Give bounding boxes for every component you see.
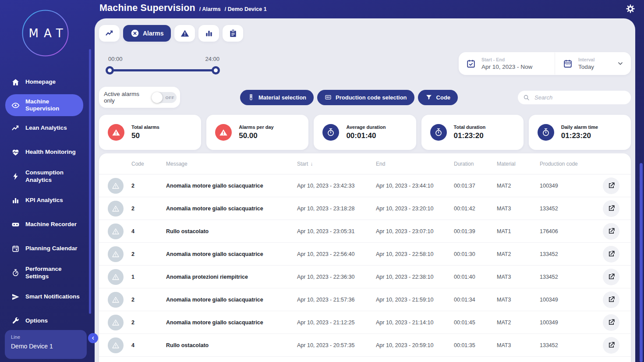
table-row[interactable]: 2 Anomalia motore giallo sciacquatrice A… <box>99 197 631 220</box>
open-alarm-button[interactable] <box>603 269 619 285</box>
slider-handle-end[interactable] <box>212 66 220 75</box>
calendar-check-icon <box>466 59 476 68</box>
table-row[interactable]: 2 Anomalia motore giallo sciacquatrice A… <box>99 311 631 334</box>
sidebar-item-health-monitoring[interactable]: Health Monitoring <box>0 140 91 164</box>
trend-icon <box>11 124 20 132</box>
cell-duration: 00:01:35 <box>454 342 497 348</box>
open-alarm-button[interactable] <box>603 291 619 308</box>
interval-value: Today <box>578 64 594 70</box>
table-header: Code Message Start↓ End Duration Materia… <box>99 153 631 174</box>
column-header-material[interactable]: Material <box>497 161 540 167</box>
tab-statistics[interactable] <box>198 25 219 42</box>
alarms-table: Code Message Start↓ End Duration Materia… <box>99 153 631 362</box>
column-header-production-code[interactable]: Production code <box>540 161 601 167</box>
settings-button[interactable] <box>626 4 635 14</box>
column-header-message[interactable]: Message <box>166 161 297 167</box>
stat-card: Total duration 01:23:20 <box>421 115 524 150</box>
open-alarm-button[interactable] <box>603 223 619 240</box>
column-header-start[interactable]: Start↓ <box>297 161 376 167</box>
open-alarm-button[interactable] <box>603 314 619 331</box>
sidebar-item-machine-supervision[interactable]: Machine Supervision <box>5 94 83 116</box>
open-alarm-button[interactable] <box>603 337 619 354</box>
sidebar-item-label: Machine Recorder <box>25 221 83 228</box>
breadcrumb-segment: / Alarms <box>199 6 221 12</box>
tab-alarms[interactable]: Alarms <box>123 25 171 42</box>
cell-production-code: 100349 <box>540 319 601 326</box>
view-tabs: Alarms <box>99 25 635 42</box>
alarm-triangle-icon <box>108 124 124 141</box>
alarm-avatar <box>108 246 124 262</box>
table-row[interactable]: 2 Anomalia motore giallo sciacquatrice A… <box>99 174 631 197</box>
sidebar-item-kpi-analytics[interactable]: KPI Analytics <box>0 188 91 213</box>
table-row[interactable]: 2 Anomalia motore giallo sciacquatrice A… <box>99 243 631 266</box>
cell-production-code: 100349 <box>540 297 601 303</box>
tab-report[interactable] <box>223 25 243 42</box>
cell-start: Apr 10, 2023 - 23:18:28 <box>297 206 376 212</box>
sidebar-item-consumption-analytics[interactable]: Consumption Analytics <box>0 164 91 188</box>
cell-message: Anomalia motore giallo sciacquatrice <box>166 319 297 326</box>
cell-production-code: 133452 <box>540 274 601 280</box>
sidebar-item-planning-calendar[interactable]: Planning Calendar <box>0 237 91 261</box>
stat-label: Total alarms <box>131 124 159 130</box>
table-row[interactable]: 2 Anomalia motore giallo sciacquatrice A… <box>99 288 631 311</box>
open-alarm-button[interactable] <box>603 200 619 217</box>
launch-icon <box>607 318 616 327</box>
code-filter-button[interactable]: Code <box>418 90 458 105</box>
material-selection-button[interactable]: Material selection <box>240 90 314 105</box>
stat-card: Average duration 00:01:40 <box>314 115 416 150</box>
cell-duration: 00:01:45 <box>454 319 497 326</box>
page-scrollbar[interactable] <box>640 163 643 362</box>
tab-trends[interactable] <box>99 25 120 42</box>
sidebar-item-machine-recorder[interactable]: Machine Recorder <box>0 213 91 237</box>
table-row[interactable]: 4 Rullo ostacolato Apr 10, 2023 - 23:05:… <box>99 220 631 243</box>
sidebar-item-homepage[interactable]: Homepage <box>0 70 91 94</box>
cell-duration: 00:01:40 <box>454 274 497 280</box>
cell-end: Apr 10, 2023 - 21:59:10 <box>376 297 454 303</box>
cell-material: MAT2 <box>497 183 540 189</box>
sidebar-item-performance-settings[interactable]: Performance Settings <box>0 261 91 285</box>
launch-icon <box>607 295 616 304</box>
column-header-duration[interactable]: Duration <box>454 161 497 167</box>
cell-message: Anomalia motore giallo sciacquatrice <box>166 297 297 303</box>
logo-text: MAT <box>22 10 69 57</box>
stat-value: 01:23:20 <box>454 131 486 140</box>
cell-message: Anomalia motore giallo sciacquatrice <box>166 183 297 189</box>
column-header-end[interactable]: End <box>376 161 454 167</box>
slider-start-label: 00:00 <box>108 56 123 62</box>
column-header-code[interactable]: Code <box>131 161 166 167</box>
alarm-avatar <box>108 201 124 216</box>
interval-selector[interactable]: Interval Today <box>555 57 631 70</box>
stat-label: Daily alarm time <box>561 124 598 130</box>
stat-value: 00:01:40 <box>346 131 386 140</box>
sidebar: MAT Homepage Machine Supervision Lean An… <box>0 0 95 362</box>
sidebar-item-lean-analytics[interactable]: Lean Analytics <box>0 116 91 140</box>
open-alarm-button[interactable] <box>603 246 619 263</box>
home-icon <box>11 78 20 86</box>
device-selector[interactable]: Line Demo Device 1 <box>5 330 87 359</box>
alarm-avatar <box>108 337 124 353</box>
gear-icon <box>626 4 635 14</box>
stat-value: 50.00 <box>239 131 273 140</box>
active-alarms-toggle[interactable]: OFF <box>152 92 177 103</box>
timer-icon <box>430 124 447 141</box>
stat-card: Total alarms 50 <box>99 115 201 150</box>
date-range-selector[interactable]: Start - End Apr 10, 2023 - Now <box>459 57 555 70</box>
sidebar-item-label: Homepage <box>25 78 83 85</box>
sidebar-item-smart-notifications[interactable]: Smart Notifications <box>0 285 91 309</box>
tab-warnings[interactable] <box>174 25 195 42</box>
production-code-selection-button[interactable]: Production code selection <box>317 90 414 105</box>
table-row[interactable]: 1 Anomalia protezioni riempitrice Apr 10… <box>99 266 631 288</box>
search-input[interactable] <box>534 94 626 101</box>
slider-handle-start[interactable] <box>106 66 114 75</box>
cell-message: Anomalia motore giallo sciacquatrice <box>166 206 297 212</box>
sidebar-scrollbar[interactable] <box>89 49 91 314</box>
open-alarm-button[interactable] <box>603 177 619 194</box>
cell-end: Apr 10, 2023 - 22:38:10 <box>376 274 454 280</box>
sidebar-item-options[interactable]: Options <box>0 309 91 333</box>
breadcrumb: Machine Supervision / Alarms / Demo Devi… <box>99 3 267 14</box>
stat-value: 01:23:20 <box>561 131 598 140</box>
slider-end-label: 24:00 <box>205 56 219 62</box>
cell-duration: 00:01:37 <box>454 183 497 189</box>
sidebar-collapse-button[interactable] <box>88 333 98 343</box>
table-row[interactable]: 4 Rullo ostacolato Apr 10, 2023 - 20:57:… <box>99 334 631 357</box>
